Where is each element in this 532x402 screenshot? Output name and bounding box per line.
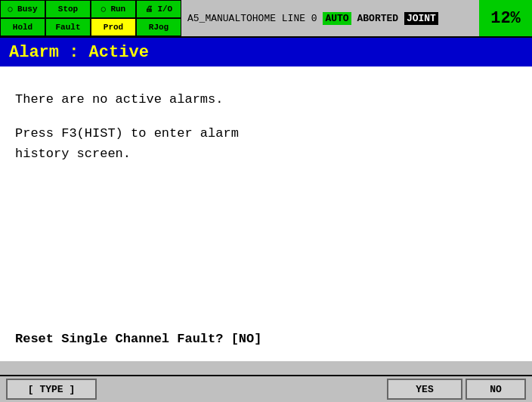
toolbar-left-buttons: ◯ Busy Stop Hold Fault — [0, 0, 91, 36]
bottom-bar: [ TYPE ] YES NO — [0, 375, 532, 402]
toolbar: ◯ Busy Stop Hold Fault ◯ Run 🖨 I/O Prod … — [0, 0, 532, 38]
no-alarms-line: There are no active alarms. — [15, 92, 223, 107]
status-text: A5_MANUALTOHOME LINE 0 — [187, 13, 317, 24]
reset-line: Reset Single Channel Fault? [NO] — [15, 332, 517, 346]
status-aborted: ABORTED — [357, 13, 398, 24]
prod-button[interactable]: Prod — [91, 18, 136, 36]
hist-line2: history screen. — [15, 144, 517, 164]
type-button[interactable]: [ TYPE ] — [6, 379, 97, 400]
main-content: There are no active alarms. Press F3(HIS… — [0, 66, 532, 361]
busy-button[interactable]: ◯ Busy — [0, 0, 45, 18]
percent-display: 12% — [479, 0, 532, 36]
toolbar-right-buttons: ◯ Run 🖨 I/O Prod RJog — [91, 0, 181, 36]
alarm-header: Alarm : Active — [0, 38, 532, 66]
no-button[interactable]: NO — [466, 379, 526, 400]
yes-button[interactable]: YES — [387, 379, 462, 400]
status-bar: A5_MANUALTOHOME LINE 0 AUTO ABORTED JOIN… — [181, 0, 479, 36]
run-button[interactable]: ◯ Run — [91, 0, 136, 18]
hist-line1: Press F3(HIST) to enter alarm — [15, 123, 517, 144]
stop-button[interactable]: Stop — [45, 0, 91, 18]
fault-button[interactable]: Fault — [45, 18, 91, 36]
io-button[interactable]: 🖨 I/O — [136, 0, 181, 18]
hold-button[interactable]: Hold — [0, 18, 45, 36]
status-joint: JOINT — [404, 12, 438, 25]
rjog-button[interactable]: RJog — [136, 18, 181, 36]
alarm-messages: There are no active alarms. Press F3(HIS… — [15, 89, 517, 165]
status-auto: AUTO — [323, 12, 351, 25]
